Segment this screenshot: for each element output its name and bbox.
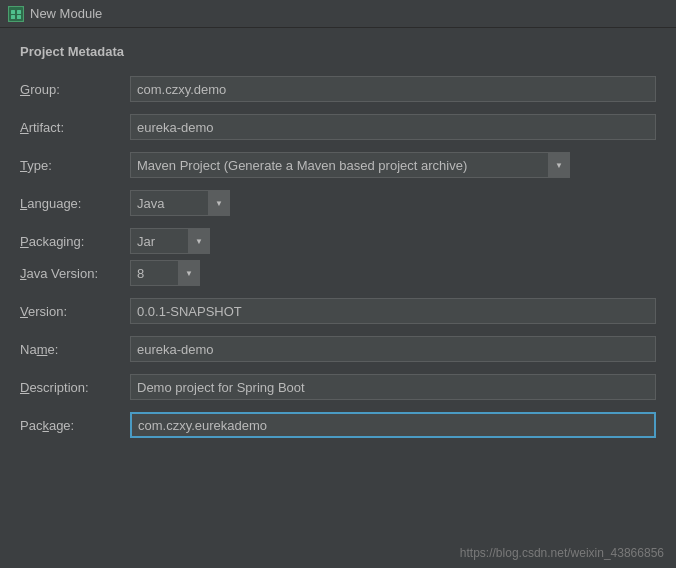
artifact-label: Artifact: bbox=[20, 111, 130, 143]
packaging-select-wrapper: Jar War bbox=[130, 228, 210, 254]
java-version-field-cell: 8 11 17 bbox=[130, 257, 656, 289]
metadata-form: Group: Artifact: Type: bbox=[20, 73, 656, 441]
type-select[interactable]: Maven Project (Generate a Maven based pr… bbox=[130, 152, 570, 178]
type-label: Type: bbox=[20, 149, 130, 181]
name-label: Name: bbox=[20, 333, 130, 365]
name-input[interactable] bbox=[130, 336, 656, 362]
description-field-cell bbox=[130, 371, 656, 403]
group-row: Group: bbox=[20, 73, 656, 105]
section-title: Project Metadata bbox=[20, 44, 656, 59]
version-label: Version: bbox=[20, 295, 130, 327]
group-field-cell bbox=[130, 73, 656, 105]
description-row: Description: bbox=[20, 371, 656, 403]
description-input[interactable] bbox=[130, 374, 656, 400]
packaging-select[interactable]: Jar War bbox=[130, 228, 210, 254]
artifact-field-cell bbox=[130, 111, 656, 143]
package-field-cell bbox=[130, 409, 656, 441]
type-select-wrapper: Maven Project (Generate a Maven based pr… bbox=[130, 152, 570, 178]
svg-rect-0 bbox=[9, 7, 23, 21]
window-title: New Module bbox=[30, 6, 102, 21]
module-icon bbox=[8, 6, 24, 22]
packaging-label: Packaging: bbox=[20, 225, 130, 257]
artifact-row: Artifact: bbox=[20, 111, 656, 143]
svg-rect-4 bbox=[17, 15, 21, 19]
language-field-cell: Java Kotlin Groovy bbox=[130, 187, 656, 219]
type-field-cell: Maven Project (Generate a Maven based pr… bbox=[130, 149, 656, 181]
java-version-label: Java Version: bbox=[20, 257, 130, 289]
watermark: https://blog.csdn.net/weixin_43866856 bbox=[460, 546, 664, 560]
title-bar: New Module bbox=[0, 0, 676, 28]
type-row: Type: Maven Project (Generate a Maven ba… bbox=[20, 149, 656, 181]
package-label: Package: bbox=[20, 409, 130, 441]
version-input[interactable] bbox=[130, 298, 656, 324]
packaging-field-cell: Jar War bbox=[130, 225, 656, 257]
form-content: Project Metadata Group: Artifact: bbox=[0, 28, 676, 457]
group-input[interactable] bbox=[130, 76, 656, 102]
language-select[interactable]: Java Kotlin Groovy bbox=[130, 190, 230, 216]
language-select-wrapper: Java Kotlin Groovy bbox=[130, 190, 230, 216]
svg-rect-3 bbox=[11, 15, 15, 19]
name-row: Name: bbox=[20, 333, 656, 365]
language-row: Language: Java Kotlin Groovy bbox=[20, 187, 656, 219]
version-row: Version: bbox=[20, 295, 656, 327]
description-label: Description: bbox=[20, 371, 130, 403]
packaging-row: Packaging: Jar War bbox=[20, 225, 656, 257]
package-input[interactable] bbox=[130, 412, 656, 438]
java-version-select-wrapper: 8 11 17 bbox=[130, 260, 200, 286]
group-label: Group: bbox=[20, 73, 130, 105]
version-field-cell bbox=[130, 295, 656, 327]
svg-rect-1 bbox=[11, 10, 15, 14]
svg-rect-2 bbox=[17, 10, 21, 14]
artifact-input[interactable] bbox=[130, 114, 656, 140]
java-version-select[interactable]: 8 11 17 bbox=[130, 260, 200, 286]
language-label: Language: bbox=[20, 187, 130, 219]
package-row: Package: bbox=[20, 409, 656, 441]
java-version-row: Java Version: 8 11 17 bbox=[20, 257, 656, 289]
name-field-cell bbox=[130, 333, 656, 365]
